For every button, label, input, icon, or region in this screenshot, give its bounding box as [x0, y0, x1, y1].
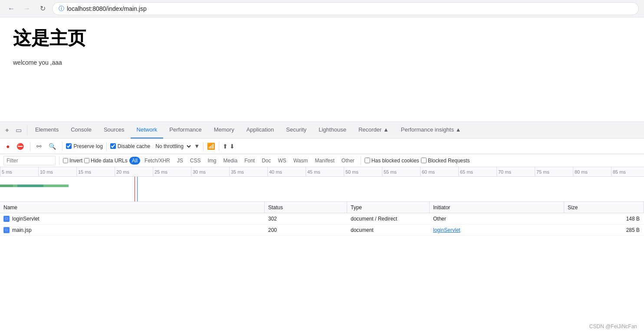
record-button[interactable]: ●: [3, 141, 12, 152]
throttle-select[interactable]: No throttling: [152, 142, 192, 151]
tick-55ms: 55 ms: [382, 167, 420, 176]
filter-input[interactable]: [3, 156, 56, 165]
timeline-vline-red: [135, 177, 135, 202]
doc-icon-1: □: [3, 216, 10, 222]
th-size: Size: [564, 202, 644, 213]
td-size-1: 148 B: [564, 213, 644, 224]
filter-type-media[interactable]: Media: [220, 157, 240, 165]
tab-performance[interactable]: Performance: [163, 122, 207, 138]
tick-5ms: 5 ms: [0, 167, 38, 176]
initiator-link[interactable]: loginServlet: [433, 227, 460, 233]
th-status: Status: [265, 202, 347, 213]
has-blocked-cookies-label[interactable]: Has blocked cookies: [365, 158, 419, 164]
td-name-1: □ loginServlet: [0, 213, 265, 224]
hide-data-urls-text: Hide data URLs: [91, 158, 128, 164]
timeline-content: [0, 177, 644, 202]
filter-icon-btn[interactable]: ⚯: [34, 141, 44, 152]
tick-35ms: 35 ms: [229, 167, 267, 176]
back-button[interactable]: ←: [5, 3, 17, 15]
filter-type-doc[interactable]: Doc: [259, 157, 273, 165]
throttle-dropdown-icon: ▼: [194, 143, 200, 149]
blocked-requests-label[interactable]: Blocked Requests: [421, 158, 470, 164]
filter-type-css[interactable]: CSS: [187, 157, 204, 165]
toolbar-sep2: [62, 142, 62, 151]
has-blocked-cookies-text: Has blocked cookies: [371, 158, 419, 164]
invert-label[interactable]: Invert: [63, 158, 82, 164]
filter-type-font[interactable]: Font: [242, 157, 257, 165]
devtools-panel: ⌖ ▭ Elements Console Sources Network Per…: [0, 122, 644, 326]
tick-60ms: 60 ms: [420, 167, 458, 176]
tab-recorder[interactable]: Recorder ▲: [352, 122, 395, 138]
td-name-2: □ main.jsp: [0, 224, 265, 235]
tick-15ms: 15 ms: [76, 167, 115, 176]
filter-type-ws[interactable]: WS: [276, 157, 289, 165]
network-toolbar: ● ⛔ ⚯ 🔍 Preserve log Disable cache No th…: [0, 138, 644, 154]
toolbar-sep3: [106, 142, 107, 151]
table-row[interactable]: □ main.jsp 200 document loginServlet 285…: [0, 224, 644, 236]
tab-performance-insights[interactable]: Performance insights ▲: [395, 122, 467, 138]
row2-name: main.jsp: [12, 227, 32, 233]
filter-type-img[interactable]: Img: [205, 157, 219, 165]
tick-75ms: 75 ms: [535, 167, 573, 176]
tick-40ms: 40 ms: [267, 167, 306, 176]
toolbar-sep4: [203, 142, 204, 151]
has-blocked-cookies-checkbox[interactable]: [365, 158, 370, 163]
tab-sources[interactable]: Sources: [98, 122, 131, 138]
invert-text: Invert: [69, 158, 82, 164]
address-bar[interactable]: ⓘ localhost:8080/index/main.jsp: [52, 2, 639, 15]
tick-30ms: 30 ms: [191, 167, 229, 176]
blocked-requests-checkbox[interactable]: [421, 158, 427, 163]
tab-console[interactable]: Console: [65, 122, 98, 138]
invert-checkbox[interactable]: [63, 158, 68, 163]
clear-button[interactable]: ⛔: [14, 141, 26, 152]
disable-cache-label[interactable]: Disable cache: [110, 143, 150, 149]
filter-type-all[interactable]: All: [129, 157, 140, 165]
tab-elements[interactable]: Elements: [29, 122, 65, 138]
url-text: localhost:8080/index/main.jsp: [67, 5, 147, 12]
preserve-log-checkbox[interactable]: [66, 143, 72, 149]
td-status-1: 302: [265, 213, 347, 224]
toolbar-sep1: [30, 142, 30, 151]
reload-button[interactable]: ↻: [36, 3, 49, 15]
cursor-icon-btn[interactable]: ⌖: [2, 124, 12, 137]
filter-sep1: [59, 156, 59, 165]
devtools-tabs: ⌖ ▭ Elements Console Sources Network Per…: [0, 122, 644, 138]
tab-lighthouse[interactable]: Lighthouse: [312, 122, 352, 138]
tick-20ms: 20 ms: [115, 167, 153, 176]
device-icon-btn[interactable]: ▭: [12, 124, 25, 137]
timeline-ruler: 5 ms 10 ms 15 ms 20 ms 25 ms 30 ms 35 ms…: [0, 167, 644, 177]
table-row[interactable]: □ loginServlet 302 document / Redirect O…: [0, 213, 644, 224]
tick-70ms: 70 ms: [496, 167, 535, 176]
disable-cache-checkbox[interactable]: [110, 143, 116, 149]
search-icon-btn[interactable]: 🔍: [46, 141, 59, 152]
tab-memory[interactable]: Memory: [208, 122, 240, 138]
tick-25ms: 25 ms: [153, 167, 191, 176]
filter-type-manifest[interactable]: Manifest: [312, 157, 337, 165]
tab-application[interactable]: Application: [240, 122, 280, 138]
filter-sep2: [361, 156, 361, 165]
lock-icon: ⓘ: [59, 5, 64, 13]
filter-type-other[interactable]: Other: [339, 157, 357, 165]
td-initiator-1: Other: [430, 213, 564, 224]
filter-type-js[interactable]: JS: [174, 157, 186, 165]
tick-85ms: 85 ms: [611, 167, 644, 176]
forward-button[interactable]: →: [21, 3, 33, 15]
tick-45ms: 45 ms: [306, 167, 344, 176]
tick-80ms: 80 ms: [573, 167, 611, 176]
blocked-requests-text: Blocked Requests: [428, 158, 470, 164]
filter-type-fetch[interactable]: Fetch/XHR: [142, 157, 173, 165]
tick-10ms: 10 ms: [38, 167, 76, 176]
preserve-log-label[interactable]: Preserve log: [66, 143, 102, 149]
wifi-icon: 📶: [207, 142, 215, 150]
td-type-1: document / Redirect: [347, 213, 430, 224]
tab-security[interactable]: Security: [280, 122, 312, 138]
th-name: Name: [0, 202, 265, 213]
hide-data-urls-checkbox[interactable]: [84, 158, 89, 163]
filter-type-wasm[interactable]: Wasm: [291, 157, 311, 165]
download-icon: ⬇: [230, 143, 235, 150]
tab-network[interactable]: Network: [131, 122, 164, 138]
page-title: 这是主页: [13, 26, 631, 50]
network-table: Name Status Type Initiator Size □ loginS…: [0, 202, 644, 326]
td-initiator-2[interactable]: loginServlet: [430, 224, 564, 235]
hide-data-urls-label[interactable]: Hide data URLs: [84, 158, 128, 164]
